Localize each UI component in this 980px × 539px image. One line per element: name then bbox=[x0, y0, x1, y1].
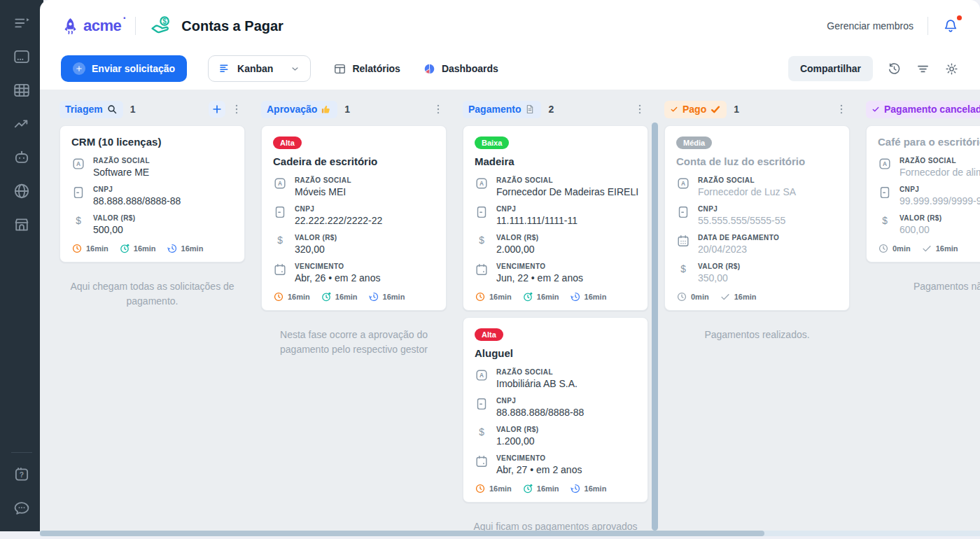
clock-icon bbox=[676, 291, 687, 302]
timer: 16min bbox=[71, 243, 108, 254]
column-scrollbar[interactable] bbox=[652, 122, 658, 531]
field-label: VALOR (R$) bbox=[899, 214, 941, 222]
gear-icon[interactable] bbox=[944, 62, 959, 76]
dollar-icon: $ bbox=[71, 214, 85, 228]
kanban-board: Triagem1CRM (10 licenças) A RAZÃO SOCIAL… bbox=[40, 90, 980, 531]
column-status-pill[interactable]: Pagamento bbox=[463, 101, 541, 118]
card[interactable]: CRM (10 licenças) A RAZÃO SOCIAL Softwar… bbox=[59, 125, 245, 262]
view-selector[interactable]: Kanban bbox=[208, 55, 311, 82]
card-field: A RAZÃO SOCIAL Software ME bbox=[71, 157, 233, 178]
card-title: Madeira bbox=[475, 155, 636, 167]
field-label: VENCIMENTO bbox=[295, 262, 380, 270]
doc-icon bbox=[676, 205, 690, 219]
timer: 16min bbox=[570, 483, 607, 494]
card-field: $ VALOR (R$) 600,00 bbox=[878, 214, 980, 235]
card-timers: 0min16min bbox=[676, 291, 838, 302]
dollar-icon: $ bbox=[676, 262, 690, 276]
store-icon[interactable] bbox=[13, 216, 31, 234]
svg-text:$: $ bbox=[680, 264, 686, 274]
card-field: A RAZÃO SOCIAL Fornecedor De Madeiras EI… bbox=[475, 176, 636, 197]
field-value: Fornecedor de Luz SA bbox=[698, 186, 796, 197]
field-label: RAZÃO SOCIAL bbox=[496, 176, 638, 184]
help-icon[interactable]: ? bbox=[13, 465, 31, 484]
card-field: A RAZÃO SOCIAL Móveis MEI bbox=[273, 176, 435, 197]
dollar-icon: $ bbox=[273, 234, 287, 248]
card[interactable]: MédiaConta de luz do escritório A RAZÃO … bbox=[664, 125, 850, 311]
field-value: 55.555.555/5555-55 bbox=[698, 215, 785, 226]
column-count: 1 bbox=[130, 104, 136, 115]
toolbar: Enviar solicitação Kanban Relatórios Das… bbox=[40, 48, 980, 90]
timer: 16min bbox=[921, 243, 958, 254]
share-button[interactable]: Compartilhar bbox=[788, 56, 873, 81]
column-description: Aqui ficam os pagamentos aprovados aguar… bbox=[463, 519, 648, 531]
menu-expand-icon[interactable] bbox=[13, 14, 31, 32]
column-description: Pagamentos realizados. bbox=[664, 328, 850, 342]
doc-icon bbox=[71, 186, 85, 200]
field-value: 1.200,00 bbox=[496, 435, 538, 447]
card-field: $ VALOR (R$) 320,00 bbox=[273, 234, 435, 255]
globe-icon[interactable] bbox=[13, 182, 31, 200]
add-card-button[interactable] bbox=[209, 101, 225, 118]
app-sidebar: ? bbox=[0, 0, 43, 531]
card-title: Cadeira de escritório bbox=[273, 155, 435, 167]
letter-a-icon: A bbox=[475, 368, 489, 382]
field-value: Móveis MEI bbox=[295, 186, 351, 197]
card[interactable]: BaixaMadeira A RAZÃO SOCIAL Fornecedor D… bbox=[463, 125, 648, 311]
main-window: acme $ Contas a Pagar Gerenciar membros … bbox=[40, 0, 980, 536]
svg-text:$: $ bbox=[882, 216, 888, 226]
column-status-pill[interactable]: Aprovação bbox=[261, 101, 337, 118]
card-title: CRM (10 licenças) bbox=[71, 136, 233, 148]
card-field: A RAZÃO SOCIAL Fornecedor de Luz SA bbox=[676, 176, 838, 197]
field-value: Imobiliária AB S.A. bbox=[496, 378, 578, 389]
clock-icon bbox=[878, 243, 889, 254]
field-label: VALOR (R$) bbox=[698, 262, 740, 270]
table-icon[interactable] bbox=[13, 81, 31, 99]
column-count: 2 bbox=[548, 104, 554, 115]
card[interactable]: Café para o escritório A RAZÃO SOCIAL Fo… bbox=[866, 125, 980, 262]
column-count: 1 bbox=[734, 104, 739, 115]
calendar-icon bbox=[475, 454, 489, 468]
svg-text:$: $ bbox=[163, 18, 167, 25]
filter-icon[interactable] bbox=[916, 62, 930, 76]
chart-icon[interactable] bbox=[13, 115, 31, 133]
field-value: 11.111.111/1111-11 bbox=[496, 215, 578, 226]
card-timers: 16min16min16min bbox=[71, 243, 233, 254]
horizontal-scrollbar-thumb[interactable] bbox=[40, 531, 764, 536]
column-header: Pagamento cancelado bbox=[866, 100, 980, 118]
tab-reports[interactable]: Relatórios bbox=[333, 62, 400, 76]
column-status-pill[interactable]: Pago bbox=[664, 101, 727, 118]
kanban-column: Pagamento canceladoCafé para o escritóri… bbox=[866, 100, 980, 531]
notifications-button[interactable] bbox=[942, 18, 959, 34]
send-request-button[interactable]: Enviar solicitação bbox=[61, 55, 187, 82]
column-count: 1 bbox=[344, 104, 350, 115]
svg-text:?: ? bbox=[20, 471, 24, 479]
field-label: VALOR (R$) bbox=[496, 234, 538, 241]
column-description: Aqui chegam todas as solicitações de pag… bbox=[59, 279, 245, 309]
topbar: acme $ Contas a Pagar Gerenciar membros bbox=[40, 0, 980, 48]
manage-members-link[interactable]: Gerenciar membros bbox=[827, 20, 913, 31]
tab-dashboards[interactable]: Dashboards bbox=[423, 62, 498, 76]
robot-icon[interactable] bbox=[13, 148, 31, 167]
letter-a-icon: A bbox=[676, 176, 690, 190]
card-field: VENCIMENTO Abr, 27 • em 2 anos bbox=[475, 454, 636, 475]
chat-icon[interactable] bbox=[13, 499, 31, 517]
column-status-pill[interactable]: Triagem bbox=[59, 101, 123, 118]
browser-icon[interactable] bbox=[13, 48, 31, 66]
history-icon[interactable] bbox=[887, 62, 902, 76]
card[interactable]: AltaAluguel A RAZÃO SOCIAL Imobiliária A… bbox=[463, 317, 648, 503]
field-label: RAZÃO SOCIAL bbox=[93, 157, 150, 164]
clock-dot-icon bbox=[522, 291, 533, 302]
card[interactable]: AltaCadeira de escritório A RAZÃO SOCIAL… bbox=[261, 125, 447, 311]
column-menu-button[interactable] bbox=[833, 101, 850, 118]
column-status-pill[interactable]: Pagamento cancelado bbox=[866, 101, 980, 118]
field-label: VENCIMENTO bbox=[496, 262, 583, 270]
field-label: RAZÃO SOCIAL bbox=[899, 157, 980, 164]
doc-icon bbox=[475, 397, 489, 411]
column-menu-button[interactable] bbox=[631, 101, 648, 118]
column-menu-button[interactable] bbox=[228, 101, 245, 118]
card-title: Café para o escritório bbox=[878, 136, 980, 148]
column-menu-button[interactable] bbox=[430, 101, 447, 118]
timer: 16min bbox=[119, 243, 156, 254]
field-label: CNPJ bbox=[496, 205, 578, 213]
hand-money-icon: $ bbox=[150, 15, 172, 37]
